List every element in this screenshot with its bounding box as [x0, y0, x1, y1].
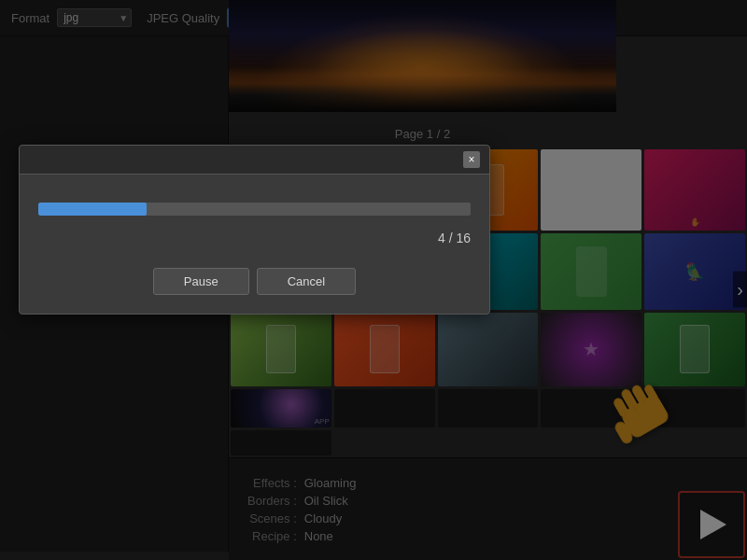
progress-modal: × 4 / 16 Pause Cancel: [19, 145, 490, 315]
modal-body: 4 / 16 Pause Cancel: [20, 175, 489, 314]
modal-buttons: Pause Cancel: [38, 260, 471, 295]
modal-close-button[interactable]: ×: [463, 151, 480, 168]
progress-count: 4 / 16: [38, 231, 471, 245]
cancel-button[interactable]: Cancel: [257, 268, 356, 295]
progress-bar-container: [38, 203, 471, 216]
pause-button[interactable]: Pause: [153, 268, 249, 295]
modal-header: ×: [20, 146, 489, 175]
modal-overlay: × 4 / 16 Pause Cancel: [0, 0, 747, 560]
progress-bar-fill: [38, 203, 147, 216]
